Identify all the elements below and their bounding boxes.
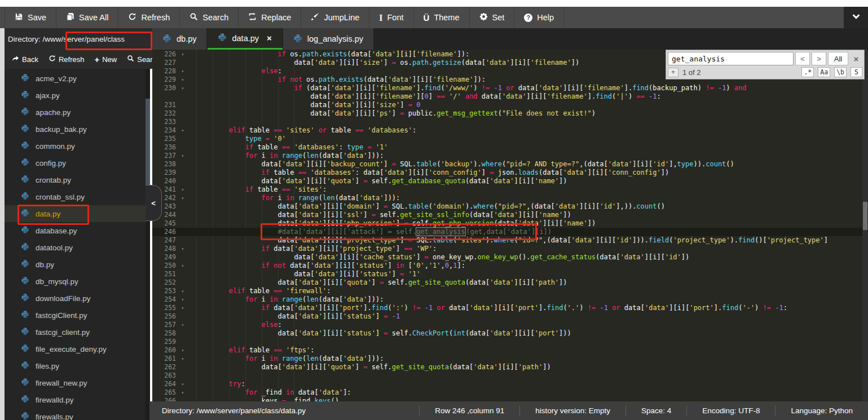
file-item-datatool.py[interactable]: datatool.py (5, 239, 146, 256)
fold-arrow-icon[interactable]: ▾ (178, 380, 187, 388)
file-item-ajax.py[interactable]: ajax.py (5, 87, 146, 104)
regex-toggle[interactable]: .* (801, 67, 814, 77)
fold-arrow-icon[interactable]: ▾ (178, 50, 187, 59)
tab-label: data.py (232, 34, 259, 43)
file-name: firewall_new.py (36, 379, 87, 387)
code-text: if table == 'sites': (187, 185, 862, 194)
file-item-crontab.py[interactable]: crontab.py (5, 171, 146, 188)
code-line-258: 258 data['data'][i]['status'] = self.Che… (152, 329, 862, 338)
tab-log-analysis-py[interactable]: log_analysis.py (283, 28, 374, 50)
tab-data-py[interactable]: data.py × (208, 28, 283, 50)
code-line-235: 235 type = '0' (152, 135, 862, 143)
file-item-acme_v2.py[interactable]: acme_v2.py (5, 70, 146, 87)
code-editor[interactable]: 226▾ if os.path.exists(data['data'][i]['… (152, 50, 862, 401)
file-name: fastcgi_client.py (36, 328, 90, 337)
code-text: data['data'][i]['domain'] = SQL.table('d… (187, 202, 862, 211)
search-button[interactable]: Search (180, 7, 239, 28)
sidebar-collapse-handle[interactable]: < (146, 185, 162, 221)
file-item-firewall_new.py[interactable]: firewall_new.py (5, 374, 146, 391)
new-file-button[interactable]: + New (89, 50, 122, 69)
sidebar-refresh-button[interactable]: Refresh (43, 50, 90, 69)
line-number: 248 (152, 245, 178, 253)
toolbar-collapse-button[interactable] (844, 7, 868, 28)
help-button[interactable]: ? Help (514, 7, 564, 28)
file-item-file_execute_deny.py[interactable]: file_execute_deny.py (5, 341, 146, 357)
sidebar-scrollbar-thumb[interactable] (146, 99, 150, 186)
in-selection-toggle[interactable]: S (851, 67, 862, 77)
find-next-button[interactable]: > (812, 52, 826, 65)
refresh-button[interactable]: Refresh (118, 7, 180, 28)
space-setting-label[interactable]: Space: 4 (625, 405, 686, 417)
find-all-button[interactable]: All (828, 52, 848, 65)
file-item-db.py[interactable]: db.py (5, 256, 146, 273)
fold-arrow-icon[interactable]: ▾ (178, 304, 187, 312)
python-icon (21, 259, 29, 269)
language-label[interactable]: Language: Python (775, 405, 868, 417)
whole-word-toggle[interactable]: \b (834, 67, 847, 77)
file-item-firewalls.py[interactable]: firewalls.py (5, 408, 146, 420)
find-input[interactable] (668, 52, 794, 65)
fold-arrow-icon[interactable]: ▾ (178, 295, 187, 304)
fold-arrow-icon[interactable]: ▾ (178, 388, 187, 397)
code-line-234: 234▾ elif table == 'sites' or table == '… (152, 126, 862, 135)
code-line-250: 250▾ if not data['data'][i]['status'] in… (152, 262, 862, 270)
fold-arrow-icon[interactable]: ▾ (178, 245, 187, 253)
file-item-backup_bak.py[interactable]: backup_bak.py (5, 121, 146, 138)
font-button[interactable]: I Font (369, 7, 413, 28)
fold-arrow-icon[interactable]: ▾ (178, 152, 187, 160)
file-item-firewalld.py[interactable]: firewalld.py (5, 391, 146, 408)
set-button[interactable]: Set (470, 7, 515, 28)
fold-arrow-icon[interactable]: ▾ (178, 76, 187, 84)
sidebar-scrollbar[interactable] (146, 69, 150, 420)
code-text: data['data'][i]['ps'] = public.get_msg_g… (187, 109, 862, 118)
tab-db-py[interactable]: db.py (152, 28, 208, 50)
directory-path-label: Directory: /www/server/panel/class (8, 35, 125, 43)
find-close-icon[interactable]: × (850, 52, 862, 65)
file-item-apache.py[interactable]: apache.py (5, 104, 146, 121)
fold-arrow-icon[interactable]: ▾ (178, 355, 187, 363)
fold-arrow-icon[interactable]: ▾ (178, 346, 187, 355)
file-item-fastcgiClient.py[interactable]: fastcgiClient.py (5, 307, 146, 324)
code-line-266: 266 keys = _find.keys() (152, 397, 862, 401)
fold-arrow-icon[interactable]: ▾ (178, 321, 187, 329)
case-sensitive-toggle[interactable]: Aa (818, 67, 830, 77)
editor-scrollbar[interactable] (862, 50, 868, 401)
encoding-label[interactable]: Encoding: UTF-8 (686, 405, 775, 417)
fold-arrow-icon[interactable]: ▾ (178, 67, 187, 76)
file-item-data.py[interactable]: data.py (5, 205, 146, 222)
fold-arrow-icon[interactable]: ▾ (178, 84, 187, 92)
python-icon (21, 209, 29, 219)
file-item-common.py[interactable]: common.py (5, 138, 146, 154)
save-button[interactable]: Save (5, 7, 56, 28)
jumpline-button[interactable]: JumpLine (301, 7, 369, 28)
line-number: 231 (152, 101, 178, 109)
file-item-files.py[interactable]: files.py (5, 357, 146, 374)
save-all-button[interactable]: Save All (56, 7, 118, 28)
back-button[interactable]: Back (7, 50, 43, 69)
python-icon (21, 175, 29, 185)
python-icon (21, 395, 29, 405)
editor-scrollbar-thumb[interactable] (863, 202, 867, 230)
find-expand-button[interactable]: + (668, 68, 678, 77)
file-item-fastcgi_client.py[interactable]: fastcgi_client.py (5, 324, 146, 341)
fold-arrow-icon[interactable]: ▾ (178, 126, 187, 135)
find-prev-button[interactable]: < (795, 52, 810, 65)
fold-arrow-icon[interactable]: ▾ (178, 185, 187, 194)
history-version-label[interactable]: history version: Empty (519, 405, 625, 417)
file-item-crontab_ssl.py[interactable]: crontab_ssl.py (5, 188, 146, 205)
theme-label: Theme (434, 13, 459, 22)
line-number: 258 (152, 329, 178, 338)
file-item-downloadFile.py[interactable]: downloadFile.py (5, 290, 146, 307)
fold-arrow-icon[interactable]: ▾ (178, 287, 187, 295)
tab-close-icon[interactable]: × (267, 33, 272, 43)
file-item-database.py[interactable]: database.py (5, 222, 146, 239)
file-item-db_mysql.py[interactable]: db_mysql.py (5, 273, 146, 290)
theme-button[interactable]: Ü Theme (414, 7, 470, 28)
python-icon (21, 90, 29, 100)
fold-arrow-icon[interactable]: ▾ (178, 194, 187, 202)
code-line-242: 242▾ for i in range(len(data['data'])): (152, 194, 862, 202)
replace-button[interactable]: Replace (239, 7, 301, 28)
save-all-label: Save All (79, 13, 108, 22)
file-item-config.py[interactable]: config.py (5, 154, 146, 171)
fold-arrow-icon[interactable]: ▾ (178, 262, 187, 270)
